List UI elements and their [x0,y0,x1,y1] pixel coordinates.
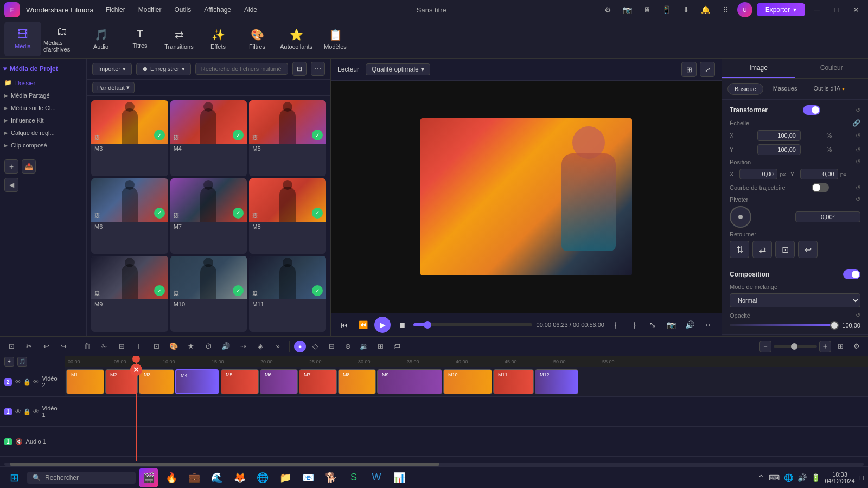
speed-tool[interactable]: ⏱ [201,339,215,354]
mark-out-button[interactable]: } [627,318,641,332]
close-button[interactable]: ✕ [848,2,864,17]
snapshot-button[interactable]: 📷 [664,318,678,332]
taskbar-icon-3[interactable]: 🌊 [207,468,227,487]
keyboard-icon[interactable]: ⌨ [769,473,780,482]
flip-vertical-button[interactable]: ⇄ [752,241,772,258]
frame-back-button[interactable]: ⏪ [356,318,370,332]
transformer-reset-icon[interactable]: ↺ [856,107,860,114]
crop-button[interactable]: ⊡ [775,241,795,258]
menu-fichier[interactable]: Fichier [100,4,131,16]
delete-button[interactable]: 🗑 [80,339,94,354]
clip-m6-tl[interactable]: M6 [260,369,298,394]
clip-m10-tl[interactable]: M10 [443,369,492,394]
media-search-input[interactable] [195,63,288,75]
scale-link-icon[interactable]: 🔗 [852,119,860,127]
camera-icon[interactable]: 📷 [620,2,635,17]
color-tool[interactable]: 🎨 [167,339,181,354]
media-item-m6[interactable]: ✓ 🖼 M6 [91,178,168,254]
add-audio-track-button[interactable]: 🎵 [17,357,27,367]
battery-icon[interactable]: 🔋 [811,473,820,482]
text-tool[interactable]: T [132,339,146,354]
volume-button[interactable]: 🔊 [682,318,697,332]
settings-icon-tl[interactable]: ⚙ [850,339,864,354]
remove-folder-button[interactable]: 📤 [22,159,36,174]
grid-toggle[interactable]: ⊞ [833,339,847,354]
import-button[interactable]: Importer ▾ [92,63,132,75]
media-item-m11[interactable]: ✓ 🖼 M11 [249,256,326,332]
taskbar-icon-2[interactable]: 💼 [184,468,204,487]
system-clock[interactable]: 18:33 04/12/2024 [825,471,854,484]
sort-button[interactable]: Par défaut ▾ [92,82,135,93]
transformer-toggle[interactable] [803,105,820,115]
menu-outils[interactable]: Outils [169,4,196,16]
tool-autocollants[interactable]: ⭐ Autocollants [278,22,315,56]
select-tool[interactable]: ⊡ [4,339,18,354]
track-v1-eye2-icon[interactable]: 👁 [33,408,39,415]
menu-aide[interactable]: Aide [239,4,263,16]
transform-button[interactable]: ↩ [798,241,818,258]
pivot-circle[interactable] [730,206,751,228]
scale-x-reset-icon[interactable]: ↺ [856,132,860,139]
taskbar-icon-1[interactable]: 🔥 [162,468,181,487]
playhead-x-marker[interactable]: ✕ [130,364,142,376]
group-button[interactable]: ⊞ [373,339,387,354]
tool-archives[interactable]: 🗂 Médias d'archives [43,22,80,56]
track-v2-lock-icon[interactable]: 🔒 [23,378,31,386]
grid-icon[interactable]: ⠿ [718,2,733,17]
tab-couleur[interactable]: Couleur [795,59,869,78]
opacity-slider[interactable] [730,324,834,326]
media-item-m4[interactable]: ✓ 🖼 M4 [170,100,247,176]
clip-m12-tl[interactable]: M12 [535,369,578,394]
position-button[interactable]: ⊕ [341,339,355,354]
taskbar-icon-9[interactable]: S [344,468,363,487]
audio-tool[interactable]: 🔊 [219,339,233,354]
clip-m3-tl[interactable]: M3 [139,369,174,394]
tool-modeles[interactable]: 📋 Modèles [317,22,354,56]
split-button[interactable]: ✁ [97,339,111,354]
taskbar-icon-10[interactable]: W [367,468,386,487]
export-button[interactable]: Exporter ▾ [757,3,805,16]
timeline-scrollbar[interactable] [0,461,868,466]
tree-item-dossier[interactable]: 📁 Dossier [0,76,86,89]
grid-view-icon[interactable]: ⊞ [681,62,697,77]
motion-tool[interactable]: ⇢ [236,339,250,354]
effect-tool[interactable]: ★ [184,339,198,354]
tree-item-media-cl[interactable]: ▶ Média sur le Cl... [0,102,86,114]
tool-media[interactable]: 🎞 Média [4,22,41,56]
menu-affichage[interactable]: Affichage [199,4,237,16]
opacite-reset-icon[interactable]: ↺ [856,312,860,319]
media-item-m9[interactable]: ✓ 🖼 M9 [91,256,168,332]
timeline-progress-bar[interactable] [413,323,532,326]
taskbar-filmora-icon[interactable]: 🎬 [139,468,158,487]
notification-icon[interactable]: □ [859,473,864,482]
taskbar-icon-5[interactable]: 🌐 [253,468,272,487]
user-avatar[interactable]: U [737,2,752,17]
clip-button[interactable]: ⊟ [324,339,339,354]
zoom-out-button[interactable]: － [760,341,771,352]
tree-item-media-partage[interactable]: ▶ Média Partagé [0,89,86,101]
tab-image[interactable]: Image [722,59,795,78]
tool-audio[interactable]: 🎵 Audio [82,22,119,56]
project-tree-header[interactable]: ▾ Média de Projet [0,63,86,75]
crop-tool[interactable]: ⊞ [114,339,129,354]
menu-modifier[interactable]: Modifier [133,4,167,16]
clip-m4-tl[interactable]: M4 [175,369,219,394]
subtab-masques[interactable]: Masques [767,83,804,95]
pivoter-reset-icon[interactable]: ↺ [856,196,860,203]
monitor-icon[interactable]: 🖥 [640,2,655,17]
audio-button[interactable]: ↔ [701,318,715,332]
taskbar-icon-7[interactable]: 📧 [298,468,318,487]
media-item-m3[interactable]: ✓ 🖼 M3 [91,100,168,176]
tool-transitions[interactable]: ⇄ Transitions [161,22,197,56]
track-v1-eye-icon[interactable]: 👁 [15,408,21,415]
tree-item-influence-kit[interactable]: ▶ Influence Kit [0,114,86,126]
media-item-m5[interactable]: ✓ 🖼 M5 [249,100,326,176]
keyframe-button[interactable]: ◇ [308,339,322,354]
collapse-panel-button[interactable]: ◀ [4,178,18,192]
media-item-m7[interactable]: ✓ 🖼 M7 [170,178,247,254]
undo-button[interactable]: ↩ [39,339,53,354]
add-video-track-button[interactable]: + [4,357,14,367]
track-v2-eye2-icon[interactable]: 👁 [33,378,39,386]
filter-icon[interactable]: ⊟ [292,62,307,76]
snap-button[interactable]: ● [294,341,306,352]
